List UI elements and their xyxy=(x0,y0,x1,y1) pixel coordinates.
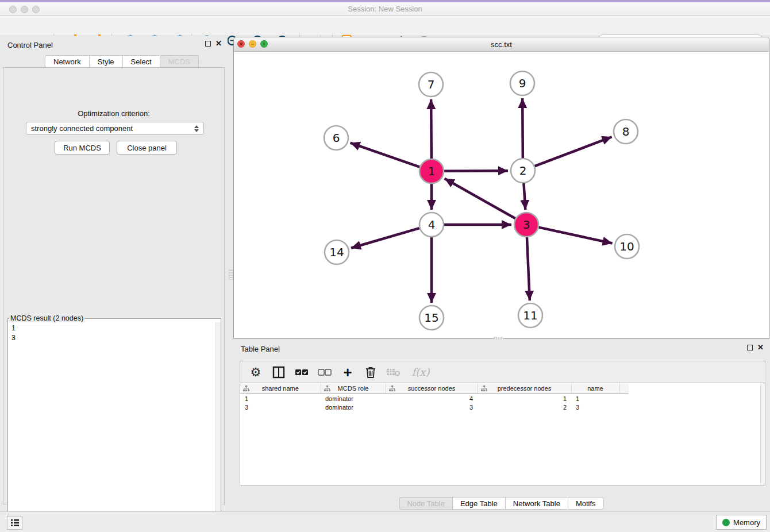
float-panel-icon[interactable] xyxy=(205,41,211,47)
graph-edge-2-8[interactable] xyxy=(535,137,612,166)
graph-node-label-8: 8 xyxy=(622,125,630,138)
column-header-predecessor-nodes[interactable]: predecessor nodes xyxy=(478,383,571,394)
function-builder-icon: f(x) xyxy=(409,365,432,380)
network-window-title: scc.txt xyxy=(234,40,769,49)
tab-network-table[interactable]: Network Table xyxy=(505,497,568,510)
result-scrollbar[interactable] xyxy=(215,322,221,525)
window-titlebar: Session: New Session xyxy=(0,2,770,16)
graph-node-label-7: 7 xyxy=(428,78,435,91)
graph-edge-4-14[interactable] xyxy=(351,228,419,248)
unselect-all-columns-icon[interactable] xyxy=(317,365,332,380)
dropdown-value: strongly connected component xyxy=(31,124,133,133)
column-header-successor-nodes[interactable]: successor nodes xyxy=(386,383,478,394)
graph-node-label-1: 1 xyxy=(428,164,436,178)
graph-node-label-6: 6 xyxy=(333,131,340,145)
table-panel-tabs: Node Table Edge Table Network Table Moti… xyxy=(399,497,603,510)
graph-edge-2-3[interactable] xyxy=(523,183,525,210)
delete-column-trash-icon[interactable] xyxy=(363,365,378,380)
tab-edge-table[interactable]: Edge Table xyxy=(452,497,505,510)
column-header-MCDS-role[interactable]: MCDS role xyxy=(321,383,386,394)
table-row[interactable]: 3dominator323 xyxy=(240,403,629,412)
network-view-window: ✕ − + scc.txt 1234678910111415 xyxy=(233,37,769,339)
status-bar: Memory xyxy=(0,511,770,532)
tab-motifs[interactable]: Motifs xyxy=(568,497,604,510)
column-header-name[interactable]: name xyxy=(571,383,619,394)
graph-node-label-15: 15 xyxy=(424,311,438,325)
graph-edge-3-1[interactable] xyxy=(445,179,515,218)
close-panel-button[interactable]: Close panel xyxy=(117,141,177,155)
graph-node-label-3: 3 xyxy=(523,218,530,232)
table-settings-gear-icon[interactable]: ⚙ xyxy=(248,365,263,380)
memory-status-icon xyxy=(722,519,730,526)
table-toolbar: ⚙ + f(x) xyxy=(240,361,765,383)
table-scrollbar[interactable] xyxy=(760,383,765,485)
graph-edge-3-11[interactable] xyxy=(527,237,530,300)
main-toolbar xyxy=(0,16,770,36)
splitter-grip-vertical[interactable] xyxy=(229,269,233,280)
task-history-button[interactable] xyxy=(7,516,22,530)
control-panel-header: Control Panel ✕ xyxy=(0,36,228,53)
control-panel: Control Panel ✕ Network Style Select MCD… xyxy=(0,36,228,511)
graph-node-label-10: 10 xyxy=(619,240,634,253)
mcds-result-title: MCDS result (2 nodes) xyxy=(9,314,84,322)
table-row[interactable]: 1dominator411 xyxy=(240,394,629,403)
graph-edge-3-10[interactable] xyxy=(538,228,612,244)
table-panel-title: Table Panel xyxy=(241,345,280,353)
run-mcds-button[interactable]: Run MCDS xyxy=(55,141,110,155)
graph-edge-2-9[interactable] xyxy=(522,98,523,158)
dropdown-stepper-icon xyxy=(194,125,199,132)
optimization-criterion-label: Optimization criterion: xyxy=(3,109,224,118)
graph-node-label-2: 2 xyxy=(519,164,527,178)
graph-node-label-9: 9 xyxy=(519,76,526,90)
tab-mcds[interactable]: MCDS xyxy=(160,55,199,68)
network-window-titlebar[interactable]: ✕ − + scc.txt xyxy=(234,37,769,52)
delete-table-icon xyxy=(386,365,401,380)
mcds-result-box: MCDS result (2 nodes) 1 3 xyxy=(7,314,221,532)
graph-edge-1-7[interactable] xyxy=(431,99,432,159)
mcds-result-text[interactable]: 1 3 xyxy=(8,322,221,525)
memory-label: Memory xyxy=(733,518,760,527)
column-header-shared-name[interactable]: shared name xyxy=(240,383,321,394)
create-column-icon[interactable]: + xyxy=(340,365,355,380)
control-panel-tabs: Network Style Select MCDS xyxy=(45,55,199,68)
tab-network[interactable]: Network xyxy=(45,55,89,68)
control-panel-title: Control Panel xyxy=(7,41,53,49)
application-window: Session: New Session xyxy=(0,0,770,532)
graph-node-label-14: 14 xyxy=(329,245,344,259)
column-browser-icon[interactable] xyxy=(271,365,286,380)
splitter-grip-horizontal[interactable] xyxy=(494,337,503,340)
memory-button[interactable]: Memory xyxy=(716,515,767,530)
list-icon xyxy=(10,519,20,527)
window-title: Session: New Session xyxy=(0,5,770,13)
table-panel: Table Panel ✕ ⚙ + xyxy=(233,340,769,510)
tab-node-table[interactable]: Node Table xyxy=(399,497,452,510)
graph-node-label-11: 11 xyxy=(523,309,537,322)
optimization-criterion-dropdown[interactable]: strongly connected component xyxy=(26,122,204,135)
float-table-panel-icon[interactable] xyxy=(747,345,753,350)
node-table[interactable]: shared nameMCDS rolesuccessor nodesprede… xyxy=(240,383,765,485)
network-canvas[interactable]: 1234678910111415 xyxy=(234,52,769,338)
graph-edge-1-2[interactable] xyxy=(444,171,508,171)
graph-node-label-4: 4 xyxy=(428,218,436,232)
close-table-panel-icon[interactable]: ✕ xyxy=(757,345,764,350)
tab-select[interactable]: Select xyxy=(122,55,160,68)
column-header-filler xyxy=(619,383,629,394)
close-panel-icon[interactable]: ✕ xyxy=(215,41,222,47)
tab-style[interactable]: Style xyxy=(89,55,122,68)
select-all-columns-icon[interactable] xyxy=(294,365,309,380)
graph-edge-1-6[interactable] xyxy=(351,143,420,167)
mcds-panel: Optimization criterion: strongly connect… xyxy=(3,67,225,504)
